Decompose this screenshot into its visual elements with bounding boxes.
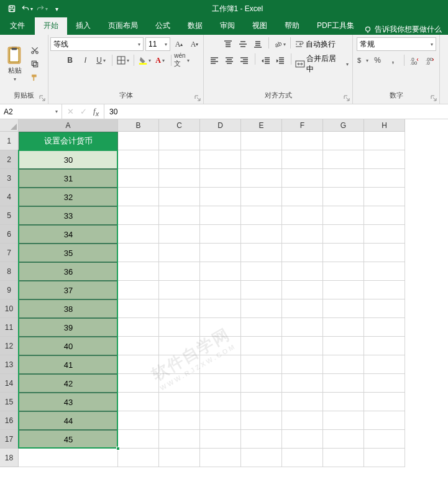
tab-formulas[interactable]: 公式 bbox=[147, 17, 179, 35]
phonetic-button[interactable]: wén文 bbox=[175, 53, 189, 67]
qat-customize-icon[interactable]: ▾ bbox=[50, 2, 63, 16]
cell-A2[interactable]: 30 bbox=[19, 150, 118, 169]
cell-B5[interactable] bbox=[118, 206, 159, 225]
cell-F5[interactable] bbox=[282, 206, 323, 225]
col-header-A[interactable]: A bbox=[19, 119, 118, 132]
cell-C13[interactable] bbox=[159, 355, 200, 374]
cell-C11[interactable] bbox=[159, 318, 200, 337]
cell-D15[interactable] bbox=[200, 393, 241, 411]
row-header-9[interactable]: 9 bbox=[0, 281, 19, 299]
row-header-18[interactable]: 18 bbox=[0, 449, 19, 467]
row-header-17[interactable]: 17 bbox=[0, 430, 19, 449]
cell-A5[interactable]: 33 bbox=[19, 206, 118, 225]
cell-G17[interactable] bbox=[323, 430, 364, 449]
cell-C3[interactable] bbox=[159, 169, 200, 188]
cell-C17[interactable] bbox=[159, 430, 200, 449]
cell-H4[interactable] bbox=[364, 188, 405, 206]
cell-A7[interactable]: 35 bbox=[19, 244, 118, 262]
cell-G5[interactable] bbox=[323, 206, 364, 225]
cell-F16[interactable] bbox=[282, 411, 323, 430]
cell-G15[interactable] bbox=[323, 393, 364, 411]
cell-H16[interactable] bbox=[364, 411, 405, 430]
cell-B10[interactable] bbox=[118, 299, 159, 318]
fill-handle[interactable] bbox=[116, 447, 120, 450]
cell-D18[interactable] bbox=[200, 449, 241, 467]
cell-E15[interactable] bbox=[241, 393, 282, 411]
align-middle-button[interactable] bbox=[236, 37, 250, 51]
cell-F2[interactable] bbox=[282, 150, 323, 169]
cell-C8[interactable] bbox=[159, 262, 200, 281]
row-header-16[interactable]: 16 bbox=[0, 411, 19, 430]
font-color-button[interactable]: A bbox=[153, 53, 167, 67]
align-bottom-button[interactable] bbox=[251, 37, 265, 51]
cell-A11[interactable]: 39 bbox=[19, 318, 118, 337]
cell-C9[interactable] bbox=[159, 281, 200, 299]
cell-B16[interactable] bbox=[118, 411, 159, 430]
row-header-5[interactable]: 5 bbox=[0, 206, 19, 225]
cell-H18[interactable] bbox=[364, 449, 405, 467]
cell-H2[interactable] bbox=[364, 150, 405, 169]
cell-G3[interactable] bbox=[323, 169, 364, 188]
select-all-corner[interactable] bbox=[0, 119, 19, 132]
align-left-button[interactable] bbox=[208, 53, 221, 67]
cell-E10[interactable] bbox=[241, 299, 282, 318]
row-header-13[interactable]: 13 bbox=[0, 355, 19, 374]
tab-home[interactable]: 开始 bbox=[35, 17, 67, 35]
font-name-combo[interactable]: 等线▾ bbox=[50, 37, 144, 51]
bold-button[interactable]: B bbox=[63, 53, 77, 67]
font-size-combo[interactable]: 11▾ bbox=[145, 37, 170, 51]
cell-C18[interactable] bbox=[159, 449, 200, 467]
cell-B13[interactable] bbox=[118, 355, 159, 374]
cell-F15[interactable] bbox=[282, 393, 323, 411]
cell-E18[interactable] bbox=[241, 449, 282, 467]
cell-H8[interactable] bbox=[364, 262, 405, 281]
col-header-E[interactable]: E bbox=[241, 119, 282, 132]
cell-E7[interactable] bbox=[241, 244, 282, 262]
cell-A9[interactable]: 37 bbox=[19, 281, 118, 299]
cell-F8[interactable] bbox=[282, 262, 323, 281]
col-header-B[interactable]: B bbox=[118, 119, 159, 132]
cell-G9[interactable] bbox=[323, 281, 364, 299]
cell-A8[interactable]: 36 bbox=[19, 262, 118, 281]
undo-icon[interactable]: ▾ bbox=[20, 2, 34, 16]
cell-B4[interactable] bbox=[118, 188, 159, 206]
cell-A6[interactable]: 34 bbox=[19, 225, 118, 244]
row-header-15[interactable]: 15 bbox=[0, 393, 19, 411]
cell-B11[interactable] bbox=[118, 318, 159, 337]
tab-help[interactable]: 帮助 bbox=[276, 17, 308, 35]
cell-E17[interactable] bbox=[241, 430, 282, 449]
cell-C7[interactable] bbox=[159, 244, 200, 262]
cell-E3[interactable] bbox=[241, 169, 282, 188]
row-header-6[interactable]: 6 bbox=[0, 225, 19, 244]
cell-C10[interactable] bbox=[159, 299, 200, 318]
cell-G18[interactable] bbox=[323, 449, 364, 467]
cell-C1[interactable] bbox=[159, 132, 200, 150]
cell-D7[interactable] bbox=[200, 244, 241, 262]
cell-F12[interactable] bbox=[282, 337, 323, 355]
cell-D17[interactable] bbox=[200, 430, 241, 449]
accounting-format-button[interactable]: $ bbox=[355, 53, 369, 67]
cell-D13[interactable] bbox=[200, 355, 241, 374]
cell-D14[interactable] bbox=[200, 374, 241, 393]
cell-C12[interactable] bbox=[159, 337, 200, 355]
cell-G4[interactable] bbox=[323, 188, 364, 206]
cell-B3[interactable] bbox=[118, 169, 159, 188]
cell-E9[interactable] bbox=[241, 281, 282, 299]
cell-H3[interactable] bbox=[364, 169, 405, 188]
cell-D5[interactable] bbox=[200, 206, 241, 225]
underline-button[interactable]: U bbox=[94, 53, 108, 67]
wrap-text-button[interactable]: 自动换行 bbox=[295, 37, 336, 51]
col-header-F[interactable]: F bbox=[282, 119, 323, 132]
cell-G2[interactable] bbox=[323, 150, 364, 169]
cell-H12[interactable] bbox=[364, 337, 405, 355]
comma-format-button[interactable]: , bbox=[386, 53, 400, 67]
cell-H11[interactable] bbox=[364, 318, 405, 337]
cell-B2[interactable] bbox=[118, 150, 159, 169]
cell-E16[interactable] bbox=[241, 411, 282, 430]
cell-G14[interactable] bbox=[323, 374, 364, 393]
align-right-button[interactable] bbox=[237, 53, 251, 67]
cell-D6[interactable] bbox=[200, 225, 241, 244]
cell-D2[interactable] bbox=[200, 150, 241, 169]
cell-E5[interactable] bbox=[241, 206, 282, 225]
name-box[interactable]: A2▾ bbox=[0, 104, 62, 119]
